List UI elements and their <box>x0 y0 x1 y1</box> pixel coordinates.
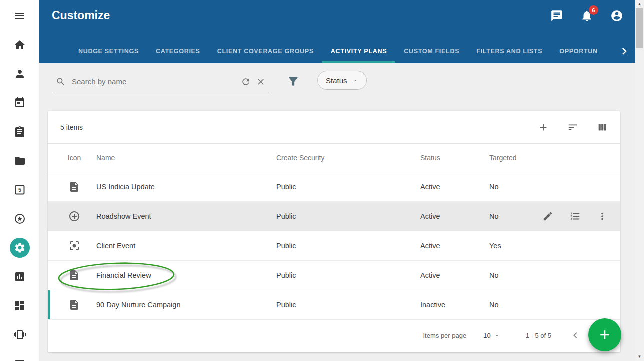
more-vertical-icon[interactable] <box>597 211 608 222</box>
refresh-icon[interactable] <box>241 77 251 87</box>
clear-search-icon[interactable] <box>256 77 266 87</box>
column-header-icon: Icon <box>60 154 88 162</box>
table-header-row: Icon Name Create Security Status Targete… <box>48 144 620 172</box>
tab-bar: NUDGE SETTINGS CATEGORIES CLIENT COVERAG… <box>70 40 613 63</box>
tasks-icon[interactable] <box>10 122 30 142</box>
cell-name: Roadshow Event <box>96 212 268 220</box>
search-bar <box>53 72 269 92</box>
tabs-scroll-right-icon[interactable] <box>617 44 631 58</box>
tab-filters-and-lists[interactable]: FILTERS AND LISTS <box>468 40 551 63</box>
tab-activity-plans[interactable]: ACTIVITY PLANS <box>322 40 395 63</box>
cell-targeted: No <box>489 272 534 280</box>
table-row[interactable]: US Indicia Update Public Active No <box>48 172 620 202</box>
table-row[interactable]: Client Event Public Active Yes <box>48 232 620 261</box>
search-icon <box>56 77 66 87</box>
cell-name: 90 Day Nurture Campaign <box>96 301 268 309</box>
column-header-name: Name <box>96 154 268 162</box>
items-per-page-label: Items per page <box>423 332 467 340</box>
sort-icon[interactable] <box>567 122 578 133</box>
tab-client-coverage-groups[interactable]: CLIENT COVERAGE GROUPS <box>209 40 322 63</box>
scroll-down-icon[interactable]: ▼ <box>635 352 644 361</box>
cell-create-security: Public <box>276 301 412 309</box>
chat-icon[interactable] <box>550 10 563 22</box>
pagination-range: 1 - 5 of 5 <box>526 332 551 340</box>
add-fab-button[interactable] <box>588 318 621 352</box>
home-icon[interactable] <box>10 35 30 55</box>
sidebar: 5 <box>0 0 39 361</box>
cell-status: Active <box>420 183 481 191</box>
cell-targeted: Yes <box>489 242 534 250</box>
cell-status: Active <box>420 212 481 220</box>
cell-create-security: Public <box>276 183 412 191</box>
tab-nudge-settings[interactable]: NUDGE SETTINGS <box>70 40 147 63</box>
scroll-up-icon[interactable]: ▲ <box>635 0 644 8</box>
vibration-icon[interactable] <box>10 325 30 345</box>
scrollbar[interactable]: ▲ ▼ <box>635 0 644 361</box>
cell-create-security: Public <box>276 242 412 250</box>
columns-icon[interactable] <box>597 122 608 133</box>
cell-targeted: No <box>489 301 534 309</box>
document-icon <box>60 270 88 282</box>
number-5-icon[interactable]: 5 <box>10 180 30 200</box>
notifications-bell-icon[interactable]: 6 <box>580 10 593 22</box>
pagination-bar: Items per page 10 1 - 5 of 5 <box>48 320 620 351</box>
center-focus-icon <box>60 240 88 252</box>
page-title: Customize <box>52 9 110 22</box>
edit-icon[interactable] <box>542 211 553 222</box>
app-header: Customize 6 NUDGE SETTINGS CATEGORIES CL… <box>39 0 635 63</box>
previous-page-icon[interactable] <box>569 330 581 342</box>
tab-opportunities[interactable]: OPPORTUN <box>551 40 606 63</box>
add-circle-icon <box>60 210 88 222</box>
chevron-down-icon <box>494 333 500 338</box>
status-filter-label: Status <box>326 76 347 85</box>
activity-plans-card: 5 items Icon Name Create Security Status… <box>48 111 620 352</box>
document-icon <box>60 299 88 311</box>
cell-create-security: Public <box>276 212 412 220</box>
cell-targeted: No <box>489 212 534 220</box>
table-row[interactable]: Financial Review Public Active No <box>48 261 620 290</box>
items-count: 5 items <box>60 124 83 132</box>
menu-icon[interactable] <box>10 6 30 26</box>
reports-icon[interactable] <box>10 267 30 287</box>
chevron-down-icon <box>352 78 358 84</box>
cell-create-security: Public <box>276 272 412 280</box>
cell-targeted: No <box>489 183 534 191</box>
numbered-list-icon[interactable] <box>570 211 581 222</box>
column-header-targeted: Targeted <box>489 154 534 162</box>
cell-status: Active <box>420 272 481 280</box>
add-item-icon[interactable] <box>538 122 549 133</box>
page-size-select[interactable]: 10 <box>483 332 499 340</box>
folder-icon[interactable] <box>10 151 30 171</box>
cell-status: Active <box>420 242 481 250</box>
cell-name: Financial Review <box>96 272 268 280</box>
main-content: Status 5 items Icon Name Create Security… <box>39 63 635 361</box>
status-filter-chip[interactable]: Status <box>317 71 367 90</box>
scrollbar-thumb[interactable] <box>636 8 643 48</box>
search-input[interactable] <box>71 77 236 86</box>
notification-badge: 6 <box>589 6 598 15</box>
partial-icon[interactable] <box>10 354 30 361</box>
svg-text:5: 5 <box>18 187 21 193</box>
column-header-create-security: Create Security <box>276 154 412 162</box>
cell-status: Inactive <box>420 301 481 309</box>
page-size-value: 10 <box>483 332 490 340</box>
column-header-status: Status <box>420 154 481 162</box>
filter-funnel-icon[interactable] <box>287 75 300 88</box>
dashboard-icon[interactable] <box>10 296 30 316</box>
favorites-icon[interactable] <box>10 209 30 229</box>
table-row[interactable]: 90 Day Nurture Campaign Public Inactive … <box>48 290 620 320</box>
cell-name: Client Event <box>96 242 268 250</box>
settings-icon[interactable] <box>10 238 30 258</box>
tab-custom-fields[interactable]: CUSTOM FIELDS <box>395 40 468 63</box>
cell-name: US Indicia Update <box>96 183 268 191</box>
calendar-icon[interactable] <box>10 93 30 113</box>
document-icon <box>60 181 88 193</box>
tab-categories[interactable]: CATEGORIES <box>147 40 209 63</box>
account-icon[interactable] <box>610 10 623 22</box>
profile-icon[interactable] <box>10 64 30 84</box>
table-row[interactable]: Roadshow Event Public Active No <box>48 202 620 232</box>
